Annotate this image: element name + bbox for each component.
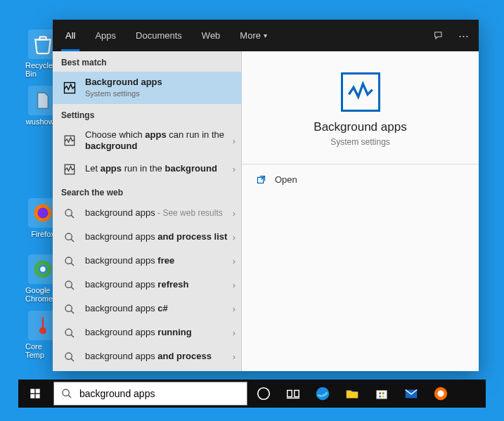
start-search-flyout: All Apps Documents Web More▾ ⋯ Best matc… xyxy=(53,20,479,371)
preview-activity-icon xyxy=(341,72,380,112)
search-icon xyxy=(63,254,77,268)
svg-point-33 xyxy=(437,390,444,396)
taskbar xyxy=(18,380,486,408)
taskbar-app-explorer[interactable] xyxy=(337,380,367,408)
svg-point-22 xyxy=(258,388,270,400)
result-text: background apps free xyxy=(85,255,228,266)
chevron-down-icon: ▾ xyxy=(264,32,267,39)
section-web-label: Search the web xyxy=(53,181,241,202)
svg-rect-19 xyxy=(30,394,34,399)
preview-subtitle: System settings xyxy=(330,137,390,147)
preview-title: Background apps xyxy=(314,120,406,134)
svg-rect-28 xyxy=(382,392,385,394)
chevron-right-icon: › xyxy=(233,256,235,266)
result-text: Choose which apps can run in the backgro… xyxy=(85,129,228,153)
preview-open-label: Open xyxy=(275,174,297,185)
result-text: background apps running xyxy=(85,327,228,338)
taskbar-app-store[interactable] xyxy=(367,380,396,408)
chevron-right-icon: › xyxy=(233,164,235,174)
svg-point-21 xyxy=(63,389,69,396)
chevron-right-icon: › xyxy=(233,328,235,338)
result-text: background apps and process xyxy=(85,351,228,362)
result-text: Background apps System settings xyxy=(85,77,235,99)
tab-more[interactable]: More▾ xyxy=(230,20,277,51)
search-icon xyxy=(63,207,77,221)
tab-all[interactable]: All xyxy=(56,20,85,51)
svg-rect-30 xyxy=(382,396,385,398)
open-icon xyxy=(256,174,266,185)
svg-point-4 xyxy=(40,266,46,272)
settings-result[interactable]: Let apps run in the background› xyxy=(53,157,241,181)
web-result[interactable]: background apps and process› xyxy=(53,345,241,369)
tab-apps[interactable]: Apps xyxy=(85,20,126,51)
search-icon xyxy=(63,326,77,340)
tab-web[interactable]: Web xyxy=(192,20,231,51)
settings-result-icon xyxy=(63,162,77,176)
svg-rect-20 xyxy=(36,394,40,399)
search-results-list: Best match Background apps System settin… xyxy=(53,51,242,371)
web-result[interactable]: background apps refresh› xyxy=(53,273,241,297)
svg-point-14 xyxy=(65,329,72,335)
task-view-icon[interactable] xyxy=(278,380,308,408)
chevron-right-icon: › xyxy=(233,280,235,290)
svg-point-10 xyxy=(65,233,72,240)
section-settings-label: Settings xyxy=(53,104,241,124)
svg-rect-18 xyxy=(36,389,40,393)
svg-point-9 xyxy=(65,209,72,216)
web-result[interactable]: background apps c#› xyxy=(53,297,241,321)
search-preview-panel: Background apps System settings Open xyxy=(242,51,479,371)
desktop-shortcut-label: Firefox xyxy=(31,230,55,238)
search-icon xyxy=(63,278,77,292)
feedback-icon[interactable] xyxy=(426,20,451,51)
taskbar-app-avast[interactable] xyxy=(426,380,455,408)
best-match-result[interactable]: Background apps System settings xyxy=(53,72,241,104)
svg-point-12 xyxy=(65,281,72,287)
settings-result-icon xyxy=(63,134,77,148)
web-result[interactable]: background apps running› xyxy=(53,321,241,345)
more-options-icon[interactable]: ⋯ xyxy=(451,20,476,51)
web-result[interactable]: background apps - See web results› xyxy=(53,202,241,226)
preview-open-action[interactable]: Open xyxy=(242,167,479,192)
taskbar-search-box[interactable] xyxy=(53,382,247,406)
taskbar-app-mail[interactable] xyxy=(396,380,426,408)
svg-rect-26 xyxy=(377,390,387,399)
web-result[interactable]: background apps free› xyxy=(53,250,241,273)
result-text: background apps refresh xyxy=(85,279,228,290)
activity-icon xyxy=(63,81,77,95)
search-icon xyxy=(63,350,77,364)
search-icon xyxy=(63,302,77,316)
svg-rect-17 xyxy=(30,389,34,393)
settings-result[interactable]: Choose which apps can run in the backgro… xyxy=(53,124,241,157)
taskbar-app-edge[interactable] xyxy=(308,380,337,408)
svg-point-15 xyxy=(65,353,72,359)
chevron-right-icon: › xyxy=(233,351,235,362)
result-text: Let apps run in the background xyxy=(85,163,228,174)
section-best-match-label: Best match xyxy=(53,51,241,72)
web-result[interactable]: background apps and process list› xyxy=(53,226,241,250)
start-button[interactable] xyxy=(18,380,52,408)
search-input[interactable] xyxy=(79,388,240,399)
svg-rect-23 xyxy=(287,390,292,396)
cortana-icon[interactable] xyxy=(249,380,278,408)
svg-point-11 xyxy=(65,257,72,264)
chevron-right-icon: › xyxy=(233,304,235,314)
chevron-right-icon: › xyxy=(233,136,235,146)
chevron-right-icon: › xyxy=(233,232,235,242)
search-icon xyxy=(63,231,77,245)
search-icon xyxy=(61,388,72,399)
result-text: background apps c# xyxy=(85,303,228,314)
divider xyxy=(242,164,479,164)
svg-point-13 xyxy=(65,305,72,311)
svg-rect-27 xyxy=(379,392,381,394)
svg-point-1 xyxy=(38,208,49,219)
svg-point-5 xyxy=(40,328,46,334)
svg-rect-29 xyxy=(379,396,381,398)
result-text: background apps - See web results xyxy=(85,207,228,219)
chevron-right-icon: › xyxy=(233,208,235,219)
svg-rect-24 xyxy=(295,390,299,396)
result-text: background apps and process list xyxy=(85,231,228,242)
search-scope-tabs: All Apps Documents Web More▾ ⋯ xyxy=(53,20,479,51)
tab-documents[interactable]: Documents xyxy=(126,20,192,51)
